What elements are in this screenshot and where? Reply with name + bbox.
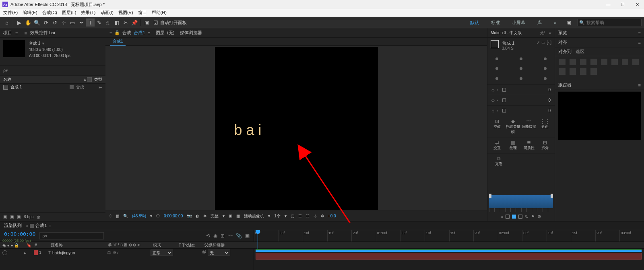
interpret-footage-icon[interactable]: ▣ (3, 215, 7, 219)
menu-effect[interactable]: 效果(T) (80, 10, 96, 16)
track-area[interactable] (254, 249, 644, 270)
menu-view[interactable]: 视图(V) (118, 10, 134, 16)
motion-scale-icon[interactable]: ⤢ (537, 40, 540, 45)
menu-layer[interactable]: 图层(L) (61, 10, 77, 16)
menu-file[interactable]: 文件(F) (2, 10, 19, 16)
camera-dropdown[interactable]: 活动摄像机 (244, 213, 264, 219)
layer-parent-dropdown[interactable]: 无 (208, 250, 230, 256)
comp-dropdown-icon[interactable]: ▼ (41, 42, 45, 45)
motion-effects-link[interactable]: 效! (540, 30, 545, 36)
timecode-display[interactable]: 0:00:00:00 (164, 214, 183, 218)
col-trkmat[interactable]: T TrkMat (176, 242, 202, 248)
tl-shy-icon[interactable]: ⟲ (206, 233, 210, 239)
motion-rect-icon[interactable]: ▭ (541, 40, 545, 45)
layer-switches[interactable]: 单 ※ / (105, 250, 151, 256)
comp-tab-hamburger-icon[interactable]: ≡ (109, 31, 112, 35)
tl-draft3d-icon[interactable]: ◉ (213, 233, 217, 239)
preview-menu-icon[interactable]: ≡ (638, 31, 641, 35)
timeline-icon[interactable]: ☵ (306, 214, 310, 218)
roto-tool-icon[interactable]: ✂ (121, 18, 130, 27)
exposure-icon[interactable]: ✲ (321, 214, 324, 218)
motion-interact-button[interactable]: ⇄交互 (490, 140, 504, 151)
dist-hcenter-icon[interactable] (632, 59, 639, 65)
media-browser-tab[interactable]: 媒体浏览器 (180, 30, 202, 36)
tl-frameblend-icon[interactable]: ⊞ (221, 233, 225, 239)
reset-exposure-icon[interactable]: ✲ (203, 214, 206, 218)
toggle-panel-icon[interactable]: ▣ (142, 18, 151, 27)
col-name[interactable]: 名称 (3, 77, 83, 82)
comp-tab-menu-icon[interactable]: ≡ (148, 31, 150, 35)
comp-subtab[interactable]: 合成1 (110, 38, 126, 46)
col-switches[interactable]: 单 ※ \ fx圖 ⊘ ⊘ ⊕ (105, 242, 151, 248)
type-tool-icon[interactable]: T (86, 18, 95, 27)
time-ruler[interactable]: 00f05f10f15f20f01:00f05f10f15f20f02:00f0… (254, 230, 644, 241)
puppet-tool-icon[interactable]: 📌 (130, 18, 139, 27)
project-tab[interactable]: 项目 (3, 30, 12, 36)
new-comp-icon[interactable]: ▣ (17, 215, 21, 219)
motion-homog-button[interactable]: ≣同质性 (522, 140, 536, 151)
align-hcenter-icon[interactable] (570, 59, 576, 65)
motion-waveform[interactable] (489, 195, 553, 208)
menu-animation[interactable]: 动画(I) (100, 10, 114, 16)
zoom-icon[interactable]: 🔍 (123, 214, 128, 218)
tracker-panel-tab[interactable]: 跟踪器 (558, 82, 572, 88)
bpc-label[interactable]: 8 bpc (24, 215, 33, 219)
grid-icon[interactable]: ▦ (116, 214, 119, 218)
hand-tool-icon[interactable]: ✋ (24, 18, 33, 27)
new-folder-icon[interactable]: ▣ (10, 215, 14, 219)
timeline-search-input[interactable] (39, 232, 104, 239)
layer-name[interactable]: baidujingyan (52, 251, 75, 255)
motion-panel-title[interactable]: Motion 3 - 中文版 (491, 30, 522, 36)
fast-preview-icon[interactable]: ⎔ (156, 214, 160, 218)
motion-y-row[interactable]: ◇‹0 (487, 95, 555, 105)
motion-refresh-icon[interactable]: ↻ (525, 214, 528, 219)
resolution-icon[interactable]: ▾ (150, 214, 152, 218)
transparency-grid-icon[interactable]: ▦ (236, 214, 240, 218)
trash-icon[interactable]: 🗑 (37, 215, 41, 219)
current-time[interactable]: 0:00:00:00 (4, 231, 35, 237)
selection-tool-icon[interactable]: ▶ (15, 18, 24, 27)
snapshot-icon[interactable]: 📷 (187, 214, 192, 218)
tl-graph-icon[interactable]: 📎 (236, 233, 242, 239)
workspace-default[interactable]: 默认 (466, 20, 483, 26)
comp-viewer[interactable]: bai (105, 46, 487, 211)
workspace-library[interactable]: 库 (533, 20, 546, 26)
workspace-overflow-icon[interactable]: » (550, 20, 560, 25)
project-item-label[interactable] (70, 85, 74, 89)
col-mode[interactable]: 模式 (151, 242, 176, 248)
canvas-text-layer[interactable]: bai (234, 122, 266, 139)
panel-menu-icon[interactable]: ≡ (15, 31, 18, 35)
rotate-tool-icon[interactable]: ↺ (50, 18, 59, 27)
comp-tab-value[interactable]: 合成1 (134, 30, 145, 36)
workspace-standard[interactable]: 标准 (487, 20, 504, 26)
align-menu-icon[interactable]: ≡ (638, 40, 641, 45)
project-item-tree-icon[interactable]: ⊢ (99, 85, 102, 90)
eraser-tool-icon[interactable]: ◧ (112, 18, 121, 27)
dist-right-icon[interactable] (559, 68, 566, 75)
resolution-dropdown[interactable]: 完整 (211, 213, 219, 219)
motion-mode-2[interactable] (512, 215, 516, 219)
stamp-tool-icon[interactable]: ⎌ (103, 18, 112, 27)
menu-comp[interactable]: 合成(C) (41, 10, 58, 16)
brush-tool-icon[interactable]: ✎ (95, 18, 103, 27)
home-icon[interactable]: ⌂ (2, 18, 11, 27)
align-right-icon[interactable] (580, 59, 586, 65)
motion-smart-button[interactable]: 〰智能摆摆 (522, 119, 536, 135)
motion-overflow-icon[interactable]: » (549, 31, 551, 35)
workspace-small[interactable]: 小屏幕 (508, 20, 529, 26)
layer-tab-label[interactable]: 图层 (156, 30, 165, 36)
help-search[interactable]: 🔍 搜索帮助 (577, 19, 642, 26)
motion-x-row[interactable]: ◇‹0 (487, 84, 555, 95)
anchor-point-grid[interactable] (491, 54, 551, 84)
menu-help[interactable]: 帮助(H) (151, 10, 167, 16)
comp-canvas[interactable]: bai (215, 47, 378, 210)
motion-z-row[interactable]: ◇‹0 (487, 105, 555, 116)
layer-visibility-icon[interactable] (2, 250, 7, 255)
minimize-button[interactable]: — (605, 2, 611, 7)
anchor-tool-icon[interactable]: ⊹ (59, 18, 68, 27)
tl-brainstorm-icon[interactable]: ▣ (245, 233, 250, 239)
magnification-icon[interactable]: ◊ (109, 214, 111, 218)
playhead[interactable] (256, 230, 260, 241)
motion-prev-icon[interactable]: « (501, 214, 503, 219)
zoom-tool-icon[interactable]: 🔍 (33, 18, 41, 27)
